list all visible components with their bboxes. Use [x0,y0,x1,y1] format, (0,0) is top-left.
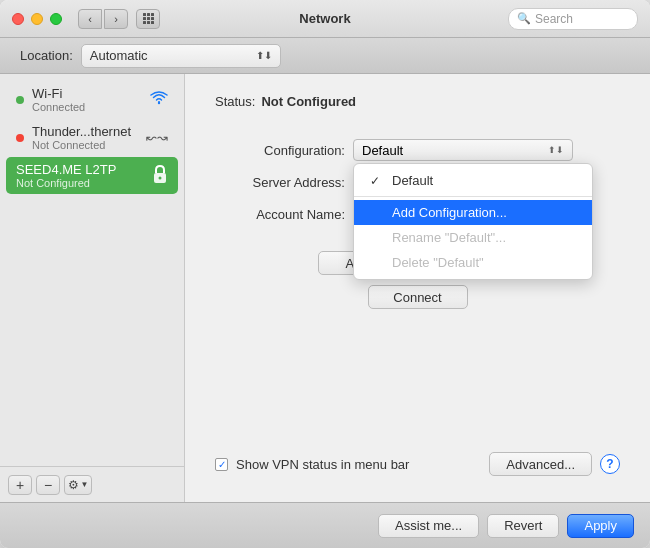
dropdown-item-default[interactable]: ✓ Default [354,168,592,193]
ethernet-status: Not Connected [32,139,146,151]
connect-button[interactable]: Connect [368,285,468,309]
nav-buttons: ‹ › [78,9,128,29]
network-gear-button[interactable]: ⚙ ▼ [64,475,92,495]
advanced-button[interactable]: Advanced... [489,452,592,476]
dropdown-item-default-label: Default [392,173,433,188]
ethernet-status-dot [16,134,24,142]
dropdown-item-rename: Rename "Default"... [354,225,592,250]
sidebar-items: Wi-Fi Connected [0,74,184,466]
sidebar-item-ethernet[interactable]: Thunder...thernet Not Connected ↜↝ [6,119,178,156]
dropdown-item-add-label: Add Configuration... [392,205,507,220]
select-arrows-icon: ⬆⬇ [256,50,272,61]
right-panel-bottom: Show VPN status in menu bar Advanced... … [215,452,620,502]
grid-button[interactable] [136,9,160,29]
help-button[interactable]: ? [600,454,620,474]
minimize-button[interactable] [31,13,43,25]
search-placeholder: Search [535,12,573,26]
dropdown-item-add[interactable]: Add Configuration... [354,200,592,225]
wifi-icon [150,91,168,109]
traffic-lights [12,13,62,25]
sidebar: Wi-Fi Connected [0,74,185,502]
location-label: Location: [20,48,73,63]
server-address-label: Server Address: [215,175,345,190]
wifi-name: Wi-Fi [32,86,150,101]
status-label: Status: [215,94,255,109]
vpn-info: SEED4.ME L2TP Not Configured [16,162,152,189]
sidebar-footer: + − ⚙ ▼ [0,466,184,502]
dropdown-item-rename-label: Rename "Default"... [392,230,506,245]
config-value: Default [362,143,403,158]
revert-button[interactable]: Revert [487,514,559,538]
svg-point-2 [159,177,162,180]
plus-icon: + [16,477,24,493]
ethernet-name: Thunder...thernet [32,124,146,139]
search-icon: 🔍 [517,12,531,25]
gear-arrow-icon: ▼ [81,480,89,489]
close-button[interactable] [12,13,24,25]
dropdown-item-delete: Delete "Default" [354,250,592,275]
gear-icon: ⚙ [68,478,79,492]
bottom-bar: Assist me... Revert Apply [0,502,650,548]
main-content: Wi-Fi Connected [0,74,650,502]
title-bar: ‹ › Network 🔍 Search [0,0,650,38]
show-vpn-row: Show VPN status in menu bar Advanced... … [215,452,620,476]
lock-icon [152,165,168,186]
search-box[interactable]: 🔍 Search [508,8,638,30]
add-network-button[interactable]: + [8,475,32,495]
config-arrows-icon: ⬆⬇ [548,145,564,155]
maximize-button[interactable] [50,13,62,25]
minus-icon: − [44,477,52,493]
configuration-row: Configuration: Default ⬆⬇ ✓ Default [215,139,620,161]
svg-point-0 [158,101,160,103]
forward-button[interactable]: › [104,9,128,29]
status-row: Status: Not Configured [215,94,620,109]
remove-network-button[interactable]: − [36,475,60,495]
assist-me-button[interactable]: Assist me... [378,514,479,538]
configuration-select[interactable]: Default ⬆⬇ [353,139,573,161]
location-value: Automatic [90,48,148,63]
window-title: Network [299,11,350,26]
show-vpn-checkbox[interactable] [215,458,228,471]
form-area: Configuration: Default ⬆⬇ ✓ Default [215,139,620,309]
config-select-wrapper: Default ⬆⬇ ✓ Default A [353,139,573,161]
apply-button[interactable]: Apply [567,514,634,538]
location-bar: Location: Automatic ⬆⬇ [0,38,650,74]
ethernet-info: Thunder...thernet Not Connected [32,124,146,151]
configuration-label: Configuration: [215,143,345,158]
check-icon: ✓ [370,174,384,188]
sidebar-item-vpn[interactable]: SEED4.ME L2TP Not Configured [6,157,178,194]
status-value: Not Configured [261,94,356,109]
dropdown-item-delete-label: Delete "Default" [392,255,484,270]
vpn-status: Not Configured [16,177,152,189]
wifi-info: Wi-Fi Connected [32,86,150,113]
ethernet-icon: ↜↝ [146,130,168,145]
dropdown-divider [354,196,592,197]
show-vpn-label: Show VPN status in menu bar [236,457,409,472]
sidebar-item-wifi[interactable]: Wi-Fi Connected [6,81,178,118]
grid-icon [143,13,154,24]
right-panel: Status: Not Configured Configuration: De… [185,74,650,502]
configuration-dropdown: ✓ Default Add Configuration... Rename "D… [353,163,593,280]
vpn-name: SEED4.ME L2TP [16,162,152,177]
back-button[interactable]: ‹ [78,9,102,29]
network-window: ‹ › Network 🔍 Search Location: Automatic… [0,0,650,548]
location-select[interactable]: Automatic ⬆⬇ [81,44,281,68]
wifi-status: Connected [32,101,150,113]
wifi-status-dot [16,96,24,104]
account-name-label: Account Name: [215,207,345,222]
